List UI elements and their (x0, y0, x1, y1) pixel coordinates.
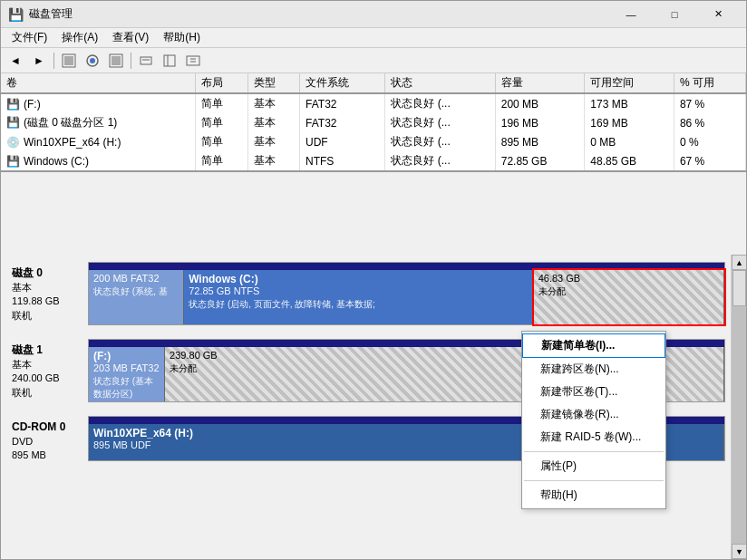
scroll-track[interactable] (732, 270, 746, 544)
table-cell: 状态良好 (... (385, 113, 495, 132)
toolbar-forward[interactable]: ► (28, 51, 50, 71)
toolbar-btn-4[interactable] (135, 51, 157, 71)
menu-action[interactable]: 操作(A) (54, 28, 105, 47)
disk-type: 基本 (12, 281, 82, 294)
table-cell: 72.85 GB (495, 151, 585, 170)
scroll-up-button[interactable]: ▲ (732, 255, 746, 270)
drive-icon: 💾 (6, 116, 20, 129)
segment-size-label: 200 MB FAT32 (93, 273, 179, 284)
segment-detail: 状态良好 (基本数据分区) (93, 375, 160, 401)
table-cell: 简单 (196, 132, 247, 151)
table-cell: UDF (300, 132, 385, 151)
disk-label: 磁盘 1 基本 240.00 GB 联机 (6, 339, 88, 403)
context-menu-item[interactable]: 属性(P) (522, 455, 665, 478)
window-icon: 💾 (8, 7, 24, 22)
segment-detail: 状态良好 (系统, 基 (93, 285, 179, 298)
disk-size: 895 MB (12, 449, 82, 462)
disk-label: 磁盘 0 基本 119.88 GB 联机 (6, 262, 88, 326)
context-menu-item[interactable]: 新建 RAID-5 卷(W)... (522, 426, 665, 449)
col-pct: % 可用 (674, 73, 745, 93)
table-cell: 87 % (674, 93, 745, 113)
toolbar-btn-2[interactable] (82, 51, 103, 71)
table-row[interactable]: 💾Windows (C:)简单基本NTFS状态良好 (...72.85 GB48… (1, 151, 746, 170)
table-cell: 基本 (247, 132, 299, 151)
title-bar: 💾 磁盘管理 — □ ✕ (1, 1, 746, 28)
window-title: 磁盘管理 (29, 6, 73, 22)
disk-bar: 200 MB FAT32状态良好 (系统, 基Windows (C:)72.85… (88, 262, 725, 325)
table-cell: 状态良好 (... (385, 93, 495, 113)
disk-label: CD-ROM 0 DVD 895 MB (6, 416, 88, 467)
scroll-down-button[interactable]: ▼ (732, 544, 746, 559)
disk-bar-header (89, 263, 724, 270)
svg-rect-8 (164, 55, 175, 66)
minimize-button[interactable]: — (610, 1, 652, 28)
disk-segment[interactable]: Windows (C:)72.85 GB NTFS状态良好 (启动, 页面文件,… (184, 270, 534, 324)
col-status: 状态 (385, 73, 495, 93)
svg-point-3 (90, 58, 95, 63)
table-cell: FAT32 (300, 113, 385, 132)
scrollbar[interactable]: ▲ ▼ (731, 255, 746, 559)
disk-segments: 200 MB FAT32状态良好 (系统, 基Windows (C:)72.85… (89, 270, 724, 324)
segment-volume-label: Windows (C:) (189, 273, 529, 285)
disk-name: CD-ROM 0 (12, 420, 82, 435)
table-row[interactable]: 💾(磁盘 0 磁盘分区 1)简单基本FAT32状态良好 (...196 MB16… (1, 113, 746, 132)
table-cell: 💿Win10XPE_x64 (H:) (1, 132, 196, 151)
scroll-thumb[interactable] (732, 270, 746, 306)
toolbar-btn-5[interactable] (159, 51, 180, 71)
context-menu-item[interactable]: 帮助(H) (522, 484, 665, 507)
context-menu-item[interactable]: 新建跨区卷(N)... (522, 358, 665, 381)
menu-view[interactable]: 查看(V) (105, 28, 156, 47)
table-cell: 简单 (196, 151, 247, 170)
context-menu-item[interactable]: 新建带区卷(T)... (522, 381, 665, 403)
context-menu-item[interactable]: 新建简单卷(I)... (522, 333, 665, 358)
disk-name: 磁盘 0 (12, 266, 82, 281)
table-cell: 173 MB (585, 93, 674, 113)
disk-size: 119.88 GB (12, 294, 82, 308)
close-button[interactable]: ✕ (697, 1, 739, 28)
volume-table-area: 卷 布局 类型 文件系统 状态 容量 可用空间 % 可用 💾(F:)简单基本FA… (1, 73, 746, 255)
table-row[interactable]: 💿Win10XPE_x64 (H:)简单基本UDF状态良好 (...895 MB… (1, 132, 746, 151)
table-cell: 💾Windows (C:) (1, 151, 196, 170)
table-cell: FAT32 (300, 93, 385, 113)
table-cell: NTFS (300, 151, 385, 170)
disk-type: DVD (12, 435, 82, 449)
drive-icon: 💿 (6, 136, 20, 149)
table-cell: 200 MB (495, 93, 585, 113)
toolbar-btn-6[interactable] (182, 51, 204, 71)
title-controls: — □ ✕ (610, 1, 739, 28)
table-cell: 169 MB (585, 113, 674, 132)
svg-rect-6 (141, 57, 151, 64)
table-cell: 基本 (247, 113, 299, 132)
table-cell: 0 % (674, 132, 745, 151)
toolbar-btn-3[interactable] (105, 51, 127, 71)
disk-segment[interactable]: 200 MB FAT32状态良好 (系统, 基 (89, 270, 184, 324)
segment-detail: 状态良好 (启动, 页面文件, 故障转储, 基本数据; (189, 298, 529, 311)
title-bar-left: 💾 磁盘管理 (8, 6, 73, 22)
table-cell: 0 MB (585, 132, 674, 151)
col-filesystem: 文件系统 (300, 73, 385, 93)
context-menu[interactable]: 新建简单卷(I)...新建跨区卷(N)...新建带区卷(T)...新建镜像卷(R… (521, 331, 666, 509)
toolbar-btn-1[interactable] (58, 51, 80, 71)
table-cell: 简单 (196, 113, 247, 132)
disk-segment[interactable]: 46.83 GB未分配 (534, 270, 724, 324)
table-cell: 86 % (674, 113, 745, 132)
table-cell: 196 MB (495, 113, 585, 132)
disk-size: 240.00 GB (12, 372, 82, 385)
table-row[interactable]: 💾(F:)简单基本FAT32状态良好 (...200 MB173 MB87 % (1, 93, 746, 113)
table-cell: 简单 (196, 93, 247, 113)
menu-file[interactable]: 文件(F) (5, 28, 54, 47)
svg-rect-10 (187, 56, 199, 65)
menu-bar: 文件(F) 操作(A) 查看(V) 帮助(H) (1, 28, 746, 48)
table-cell: 状态良好 (... (385, 132, 495, 151)
toolbar-back[interactable]: ◄ (5, 51, 26, 71)
drive-icon: 💾 (6, 155, 20, 168)
col-volume: 卷 (1, 73, 196, 93)
disk-segment[interactable]: (F:)203 MB FAT32状态良好 (基本数据分区) (89, 347, 165, 401)
table-cell: 💾(磁盘 0 磁盘分区 1) (1, 113, 196, 132)
menu-help[interactable]: 帮助(H) (156, 28, 208, 47)
disk-status: 联机 (12, 309, 82, 323)
segment-size-label: 72.85 GB NTFS (189, 285, 529, 296)
context-menu-item[interactable]: 新建镜像卷(R)... (522, 403, 665, 426)
svg-rect-5 (112, 56, 121, 65)
maximize-button[interactable]: □ (654, 1, 695, 28)
